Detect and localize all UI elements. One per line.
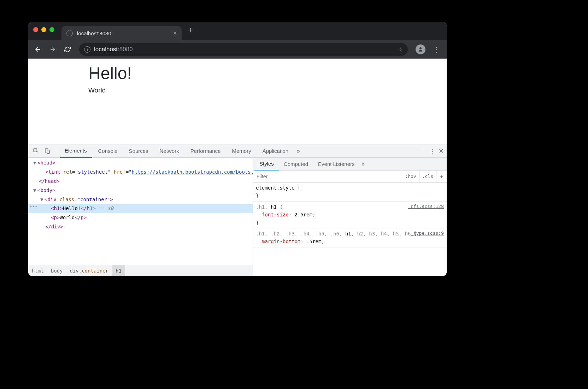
new-tab-button[interactable]: + bbox=[188, 25, 193, 35]
device-toggle-icon[interactable] bbox=[42, 146, 52, 156]
page-container: Hello! World bbox=[88, 64, 343, 94]
titlebar: localhost:8080 × + bbox=[28, 22, 447, 40]
hov-toggle[interactable]: :hov bbox=[402, 170, 419, 182]
page-heading: Hello! bbox=[88, 64, 343, 83]
cls-toggle[interactable]: .cls bbox=[419, 170, 436, 182]
svg-rect-2 bbox=[47, 150, 49, 154]
crumb-html[interactable]: html bbox=[28, 265, 47, 276]
minimize-window-icon[interactable] bbox=[41, 27, 46, 32]
crumb-div[interactable]: div.container bbox=[66, 265, 112, 276]
bookmark-icon[interactable]: ☆ bbox=[398, 46, 403, 53]
rule-h1-font-size[interactable]: _rfs.scss:128 .h1, h1 { font-size: 2.5re… bbox=[253, 202, 447, 228]
rule-source-link[interactable]: _rfs.scss:128 bbox=[408, 203, 444, 210]
svg-rect-0 bbox=[34, 149, 37, 152]
subtab-computed[interactable]: Computed bbox=[279, 158, 313, 170]
devtools-menu-icon[interactable]: ⋮ bbox=[430, 148, 435, 154]
page-viewport: Hello! World bbox=[28, 59, 447, 144]
elements-panel: ▼<head> <link rel="stylesheet" href="htt… bbox=[28, 158, 253, 276]
rule-element-style[interactable]: element.style { } bbox=[253, 182, 447, 202]
crumb-body[interactable]: body bbox=[47, 265, 66, 276]
subtab-event-listeners[interactable]: Event Listeners bbox=[313, 158, 359, 170]
close-tab-icon[interactable]: × bbox=[173, 30, 177, 37]
page-paragraph: World bbox=[88, 86, 343, 94]
tab-performance[interactable]: Performance bbox=[186, 144, 226, 158]
crumb-h1[interactable]: h1 bbox=[112, 265, 125, 276]
tab-network[interactable]: Network bbox=[155, 144, 184, 158]
new-style-rule-icon[interactable]: ＋ bbox=[436, 170, 447, 182]
rule-headings-margin[interactable]: _type.scss:9 .h1, .h2, .h3, .h4, .h5, .h… bbox=[253, 228, 447, 247]
back-button[interactable] bbox=[32, 43, 44, 55]
breadcrumb: html body div.container h1 bbox=[28, 265, 253, 276]
dom-tree[interactable]: ▼<head> <link rel="stylesheet" href="htt… bbox=[28, 158, 253, 265]
reload-button[interactable] bbox=[61, 43, 74, 55]
browser-window: localhost:8080 × + i localhost:8080 ☆ ⋮ … bbox=[28, 22, 447, 276]
menu-icon[interactable]: ⋮ bbox=[430, 45, 443, 54]
browser-tab[interactable]: localhost:8080 × bbox=[61, 26, 182, 40]
close-window-icon[interactable] bbox=[33, 27, 38, 32]
tab-application[interactable]: Application bbox=[258, 144, 293, 158]
subtab-styles[interactable]: Styles bbox=[254, 158, 279, 170]
site-info-icon[interactable]: i bbox=[84, 46, 90, 53]
tab-title: localhost:8080 bbox=[77, 30, 111, 36]
globe-icon bbox=[66, 30, 73, 36]
url-text: localhost:8080 bbox=[94, 46, 133, 53]
tab-sources[interactable]: Sources bbox=[124, 144, 153, 158]
subtabs-overflow-icon[interactable]: » bbox=[359, 161, 366, 167]
devtools-tabs: Elements Console Sources Network Perform… bbox=[28, 144, 447, 158]
tab-console[interactable]: Console bbox=[93, 144, 123, 158]
profile-avatar[interactable] bbox=[416, 44, 425, 54]
devtools: Elements Console Sources Network Perform… bbox=[28, 144, 447, 276]
tabs-overflow-icon[interactable]: » bbox=[295, 148, 302, 154]
styles-filter-input[interactable] bbox=[253, 174, 402, 179]
tab-elements[interactable]: Elements bbox=[60, 144, 92, 158]
window-controls bbox=[33, 27, 54, 32]
browser-toolbar: i localhost:8080 ☆ ⋮ bbox=[28, 40, 447, 59]
devtools-close-icon[interactable]: ✕ bbox=[439, 147, 444, 155]
forward-button[interactable] bbox=[47, 43, 59, 55]
rule-source-link[interactable]: _type.scss:9 bbox=[411, 230, 444, 237]
inspect-icon[interactable] bbox=[31, 146, 41, 156]
styles-panel: Styles Computed Event Listeners » :hov .… bbox=[253, 158, 447, 276]
address-bar[interactable]: i localhost:8080 ☆ bbox=[79, 43, 408, 56]
maximize-window-icon[interactable] bbox=[49, 27, 54, 32]
tab-memory[interactable]: Memory bbox=[227, 144, 256, 158]
